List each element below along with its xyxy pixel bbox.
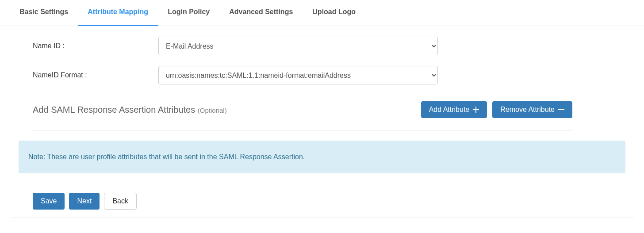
tab-attribute-mapping[interactable]: Attribute Mapping <box>78 0 158 26</box>
row-nameid-format: NameID Format : urn:oasis:names:tc:SAML:… <box>10 66 634 84</box>
save-button[interactable]: Save <box>33 193 65 210</box>
footer-buttons: Save Next Back <box>33 193 634 210</box>
next-button[interactable]: Next <box>69 193 100 210</box>
add-attribute-label: Add Attribute <box>429 106 470 114</box>
select-nameid-format[interactable]: urn:oasis:names:tc:SAML:1.1:nameid-forma… <box>158 66 438 84</box>
add-attribute-button[interactable]: Add Attribute <box>421 101 487 118</box>
row-name-id: Name ID : E-Mail Address <box>10 37 634 55</box>
label-name-id: Name ID : <box>10 42 158 50</box>
tab-login-policy[interactable]: Login Policy <box>158 0 219 26</box>
select-name-id[interactable]: E-Mail Address <box>158 37 438 55</box>
back-button[interactable]: Back <box>104 193 137 210</box>
bottom-divider <box>10 218 634 218</box>
section-title-text: Add SAML Response Assertion Attributes <box>33 105 195 115</box>
tab-advanced-settings[interactable]: Advanced Settings <box>219 0 303 26</box>
tab-content: Name ID : E-Mail Address NameID Format :… <box>0 37 644 218</box>
tab-basic-settings[interactable]: Basic Settings <box>10 0 78 26</box>
note-box: Note: These are user profile attributes … <box>19 141 625 173</box>
remove-attribute-label: Remove Attribute <box>500 106 555 114</box>
tab-upload-logo[interactable]: Upload Logo <box>303 0 365 26</box>
minus-icon <box>558 107 564 113</box>
svg-rect-0 <box>558 109 564 110</box>
plus-icon <box>473 107 479 113</box>
note-text: Note: These are user profile attributes … <box>28 153 305 160</box>
section-header: Add SAML Response Assertion Attributes (… <box>10 101 634 118</box>
remove-attribute-button[interactable]: Remove Attribute <box>492 101 572 118</box>
label-nameid-format: NameID Format : <box>10 71 158 79</box>
tabs-bar: Basic Settings Attribute Mapping Login P… <box>0 0 644 26</box>
attribute-buttons: Add Attribute Remove Attribute <box>421 101 572 118</box>
section-optional: (Optional) <box>198 107 227 114</box>
divider <box>33 130 572 131</box>
section-title: Add SAML Response Assertion Attributes (… <box>33 105 227 115</box>
